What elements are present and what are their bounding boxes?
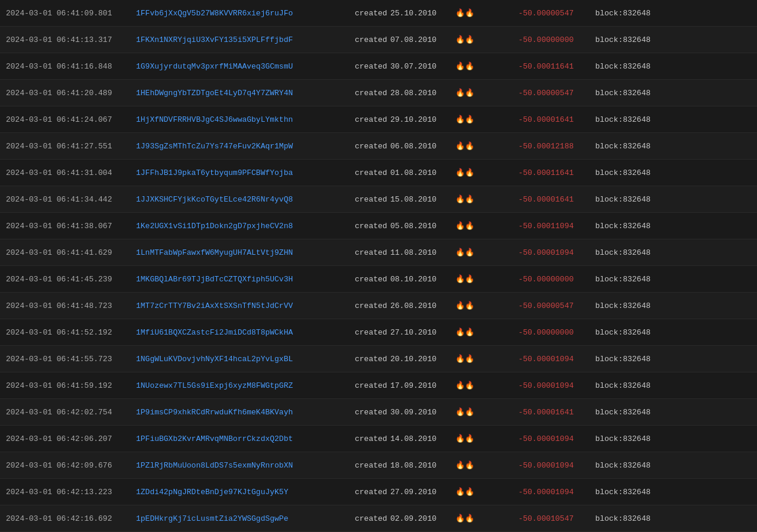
creation-date: 30.09.2010 [390, 408, 455, 417]
creation-date: 27.10.2010 [390, 328, 455, 337]
block-ref[interactable]: block:832648 [574, 35, 656, 44]
table-row[interactable]: 2024-03-01 06:41:27.551 1J93SgZsMThTcZu7… [0, 133, 757, 160]
block-ref[interactable]: block:832648 [574, 142, 656, 151]
table-row[interactable]: 2024-03-01 06:41:52.192 1MfiU61BQXCZastc… [0, 319, 757, 346]
timestamp: 2024-03-01 06:41:41.629 [6, 248, 136, 257]
address-link[interactable]: 1P9imsCP9xhkRCdRrwduKfh6meK4BKVayh [136, 408, 355, 417]
flame-icons: 🔥🔥 [455, 274, 491, 284]
amount-value: -50.00001641 [491, 115, 574, 124]
block-ref[interactable]: block:832648 [574, 275, 656, 284]
created-label: created [355, 115, 390, 124]
table-row[interactable]: 2024-03-01 06:41:55.723 1NGgWLuKVDovjvhN… [0, 346, 757, 372]
block-ref[interactable]: block:832648 [574, 168, 656, 177]
timestamp: 2024-03-01 06:41:09.801 [6, 9, 136, 18]
created-label: created [355, 488, 390, 497]
table-row[interactable]: 2024-03-01 06:42:06.207 1PFiuBGXb2KvrAMR… [0, 426, 757, 452]
address-link[interactable]: 1G9XujyrdutqMv3pxrfMiMAAveq3GCmsmU [136, 62, 355, 71]
block-ref[interactable]: block:832648 [574, 488, 656, 497]
block-ref[interactable]: block:832648 [574, 89, 656, 98]
table-row[interactable]: 2024-03-01 06:41:48.723 1MT7zCrTTY7Bv2iA… [0, 293, 757, 319]
address-link[interactable]: 1JJXKSHCFYjkKcoTGytELce42R6Nr4yvQ8 [136, 195, 355, 204]
timestamp: 2024-03-01 06:41:55.723 [6, 355, 136, 364]
table-row[interactable]: 2024-03-01 06:41:31.004 1JFFhJB1J9pkaT6y… [0, 160, 757, 186]
address-link[interactable]: 1HjXfNDVFRRHVBJgC4SJ6wwaGbyLYmkthn [136, 115, 355, 124]
timestamp: 2024-03-01 06:41:24.067 [6, 115, 136, 124]
block-ref[interactable]: block:832648 [574, 514, 656, 523]
address-link[interactable]: 1NGgWLuKVDovjvhNyXF14hcaL2pYvLgxBL [136, 355, 355, 364]
creation-date: 01.08.2010 [390, 168, 455, 177]
address-link[interactable]: 1FFvb6jXxQgV5b27W8KVVRR6xiej6ruJFo [136, 9, 355, 18]
block-ref[interactable]: block:832648 [574, 301, 656, 310]
created-label: created [355, 35, 390, 44]
amount-value: -50.00001094 [491, 355, 574, 364]
block-ref[interactable]: block:832648 [574, 195, 656, 204]
amount-value: -50.00000000 [491, 35, 574, 44]
creation-date: 05.08.2010 [390, 222, 455, 231]
timestamp: 2024-03-01 06:41:59.192 [6, 381, 136, 390]
amount-value: -50.00000000 [491, 328, 574, 337]
flame-icons: 🔥🔥 [455, 194, 491, 204]
address-link[interactable]: 1HEhDWgngYbTZDTgoEt4LyD7q4Y7ZWRY4N [136, 89, 355, 98]
block-ref[interactable]: block:832648 [574, 408, 656, 417]
address-link[interactable]: 1MfiU61BQXCZastcFi2JmiDCd8T8pWCkHA [136, 328, 355, 337]
amount-value: -50.00001094 [491, 488, 574, 497]
table-row[interactable]: 2024-03-01 06:42:09.676 1PZlRjRbMuUoon8L… [0, 452, 757, 479]
table-row[interactable]: 2024-03-01 06:42:16.692 1pEDHkrgKj7icLus… [0, 505, 757, 532]
address-link[interactable]: 1MKGBQlABr69TJjBdTcCZTQXfiph5UCv3H [136, 275, 355, 284]
flame-icons: 🔥🔥 [455, 88, 491, 98]
table-row[interactable]: 2024-03-01 06:41:09.801 1FFvb6jXxQgV5b27… [0, 0, 757, 27]
address-link[interactable]: 1LnMTFabWpFawxfW6MyugUH7ALtVtj9ZHN [136, 248, 355, 257]
timestamp: 2024-03-01 06:42:16.692 [6, 514, 136, 523]
table-row[interactable]: 2024-03-01 06:41:34.442 1JJXKSHCFYjkKcoT… [0, 186, 757, 213]
address-link[interactable]: 1NUozewx7TL5Gs9iExpj6xyzM8FWGtpGRZ [136, 381, 355, 390]
table-row[interactable]: 2024-03-01 06:41:41.629 1LnMTFabWpFawxfW… [0, 239, 757, 266]
timestamp: 2024-03-01 06:41:48.723 [6, 301, 136, 310]
table-row[interactable]: 2024-03-01 06:41:59.192 1NUozewx7TL5Gs9i… [0, 372, 757, 399]
address-link[interactable]: 1ZDdi42pNgJRDteBnDje97KJtGguJyK5Y [136, 488, 355, 497]
block-ref[interactable]: block:832648 [574, 62, 656, 71]
timestamp: 2024-03-01 06:41:16.848 [6, 62, 136, 71]
block-ref[interactable]: block:832648 [574, 381, 656, 390]
creation-date: 15.08.2010 [390, 195, 455, 204]
created-label: created [355, 89, 390, 98]
address-link[interactable]: 1JFFhJB1J9pkaT6ytbyqum9PFCBWfYojba [136, 168, 355, 177]
address-link[interactable]: 1Ke2UGX1vSi1DTp1Dokn2gD7pxjheCV2n8 [136, 222, 355, 231]
block-ref[interactable]: block:832648 [574, 328, 656, 337]
flame-icons: 🔥🔥 [455, 354, 491, 364]
flame-icons: 🔥🔥 [455, 407, 491, 417]
created-label: created [355, 434, 390, 443]
address-link[interactable]: 1pEDHkrgKj7icLusmtZia2YWSGgdSgwPe [136, 514, 355, 523]
flame-icons: 🔥🔥 [455, 8, 491, 18]
creation-date: 30.07.2010 [390, 62, 455, 71]
table-row[interactable]: 2024-03-01 06:41:16.848 1G9XujyrdutqMv3p… [0, 53, 757, 80]
address-link[interactable]: 1J93SgZsMThTcZu7Ys747eFuv2KAqr1MpW [136, 142, 355, 151]
address-link[interactable]: 1PFiuBGXb2KvrAMRvqMNBorrCkzdxQ2Dbt [136, 434, 355, 443]
table-row[interactable]: 2024-03-01 06:42:13.223 1ZDdi42pNgJRDteB… [0, 479, 757, 505]
address-link[interactable]: 1FKXn1NXRYjqiU3XvFY135i5XPLFffjbdF [136, 35, 355, 44]
block-ref[interactable]: block:832648 [574, 434, 656, 443]
amount-value: -50.00012188 [491, 142, 574, 151]
amount-value: -50.00001094 [491, 381, 574, 390]
block-ref[interactable]: block:832648 [574, 222, 656, 231]
created-label: created [355, 248, 390, 257]
timestamp: 2024-03-01 06:41:31.004 [6, 168, 136, 177]
address-link[interactable]: 1PZlRjRbMuUoon8LdDS7s5exmNyRnrobXN [136, 461, 355, 470]
block-ref[interactable]: block:832648 [574, 461, 656, 470]
created-label: created [355, 62, 390, 71]
creation-date: 11.08.2010 [390, 248, 455, 257]
table-row[interactable]: 2024-03-01 06:41:45.239 1MKGBQlABr69TJjB… [0, 266, 757, 293]
creation-date: 28.08.2010 [390, 89, 455, 98]
address-link[interactable]: 1MT7zCrTTY7Bv2iAxXtSXSnTfN5tJdCrVV [136, 301, 355, 310]
table-row[interactable]: 2024-03-01 06:41:20.489 1HEhDWgngYbTZDTg… [0, 80, 757, 106]
amount-value: -50.00000547 [491, 89, 574, 98]
block-ref[interactable]: block:832648 [574, 355, 656, 364]
block-ref[interactable]: block:832648 [574, 9, 656, 18]
timestamp: 2024-03-01 06:42:06.207 [6, 434, 136, 443]
created-label: created [355, 275, 390, 284]
block-ref[interactable]: block:832648 [574, 115, 656, 124]
table-row[interactable]: 2024-03-01 06:41:24.067 1HjXfNDVFRRHVBJg… [0, 106, 757, 133]
table-row[interactable]: 2024-03-01 06:41:38.067 1Ke2UGX1vSi1DTp1… [0, 213, 757, 239]
block-ref[interactable]: block:832648 [574, 248, 656, 257]
table-row[interactable]: 2024-03-01 06:41:13.317 1FKXn1NXRYjqiU3X… [0, 27, 757, 53]
table-row[interactable]: 2024-03-01 06:42:02.754 1P9imsCP9xhkRCdR… [0, 399, 757, 426]
